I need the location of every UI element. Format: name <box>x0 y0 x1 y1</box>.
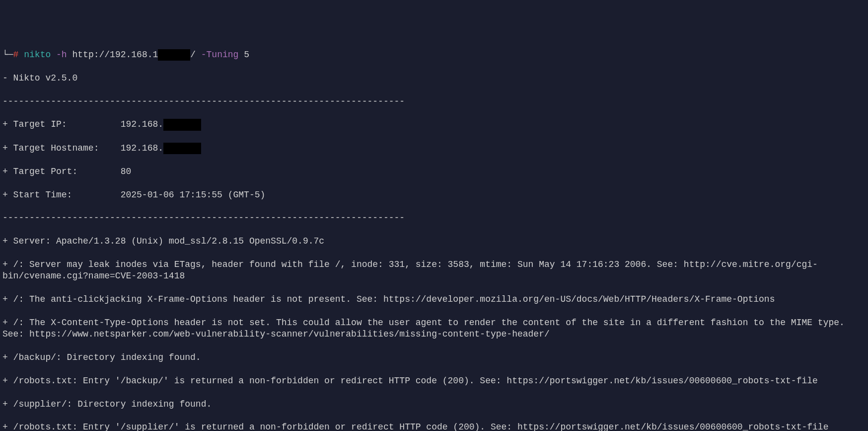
target-hostname-line: + Target Hostname: 192.168.XXXXXXX <box>2 143 866 155</box>
url-arg-prefix: http://192.168.1 <box>72 50 158 60</box>
target-hostname-label: + Target Hostname: 192.168. <box>2 143 163 153</box>
divider-bottom: ----------------------------------------… <box>2 212 866 224</box>
redacted-ip: XXXXXX <box>158 49 190 61</box>
finding-robots-supplier: + /robots.txt: Entry '/supplier/' is ret… <box>2 422 866 431</box>
url-arg-suffix: / <box>190 50 196 60</box>
prompt-hash: # <box>13 50 19 60</box>
finding-backup-dir: + /backup/: Directory indexing found. <box>2 352 866 363</box>
finding-supplier-dir: + /supplier/: Directory indexing found. <box>2 399 866 410</box>
divider-top: ----------------------------------------… <box>2 96 866 107</box>
target-ip-line: + Target IP: 192.168.XXXXXXX <box>2 119 866 131</box>
finding-xcontent: + /: The X-Content-Type-Options header i… <box>2 317 866 341</box>
target-ip-label: + Target IP: 192.168. <box>2 120 163 130</box>
flag-host: -h <box>56 50 67 60</box>
prompt-prefix: └─ <box>2 50 13 60</box>
finding-xframe: + /: The anti-clickjacking X-Frame-Optio… <box>2 294 866 305</box>
target-port: + Target Port: 80 <box>2 166 866 177</box>
command-name: nikto <box>24 50 51 60</box>
finding-robots-backup: + /robots.txt: Entry '/backup/' is retur… <box>2 375 866 387</box>
flag-tuning: -Tuning <box>201 50 239 60</box>
redacted-target-ip: XXXXXXX <box>163 119 201 130</box>
redacted-target-hostname: XXXXXXX <box>163 143 201 154</box>
start-time: + Start Time: 2025-01-06 17:15:55 (GMT-5… <box>2 189 866 201</box>
nikto-version: - Nikto v2.5.0 <box>2 73 866 84</box>
command-line: └─# nikto -h http://192.168.1XXXXXX/ -Tu… <box>2 49 866 61</box>
terminal-output[interactable]: └─# nikto -h http://192.168.1XXXXXX/ -Tu… <box>2 49 866 431</box>
finding-etags: + /: Server may leak inodes via ETags, h… <box>2 259 866 282</box>
finding-server: + Server: Apache/1.3.28 (Unix) mod_ssl/2… <box>2 236 866 247</box>
tuning-value: 5 <box>244 50 249 60</box>
